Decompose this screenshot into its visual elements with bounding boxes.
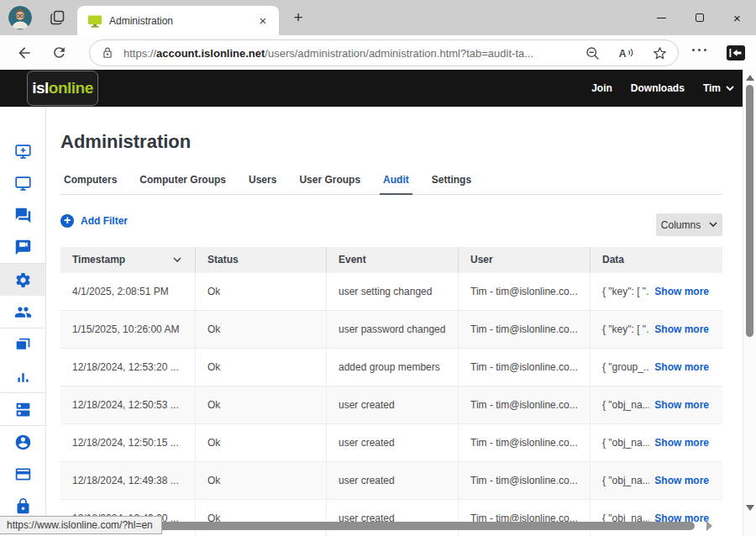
table-header-row: Timestamp Status Event User Data [60,247,722,273]
column-header-status[interactable]: Status [195,247,326,273]
add-filter-label: Add Filter [81,215,128,227]
data-snippet: { "obj_na... [602,437,649,449]
cell-status: Ok [195,311,326,348]
bar-chart-icon [14,368,32,386]
maximize-button[interactable] [680,0,718,35]
tab-favicon-icon [87,14,102,28]
chevron-down-icon [709,222,717,228]
site-info-lock-icon[interactable] [102,46,113,60]
browser-menu-icon[interactable] [692,49,706,51]
tab-users[interactable]: Users [245,174,280,194]
sidebar-item-new-session[interactable] [0,135,45,167]
show-more-link[interactable]: Show more [654,475,709,486]
video-chat-icon [14,239,32,256]
site-header: islonline Join Downloads Tim [0,70,743,107]
show-more-link[interactable]: Show more [654,399,709,411]
back-button[interactable] [16,45,33,61]
chat-bubbles-icon [14,207,32,224]
new-tab-button[interactable]: + [289,8,307,27]
sidebar-item-billing[interactable] [0,458,45,490]
cell-status: Ok [195,462,326,499]
cell-data: { "obj_na...Show more [590,424,722,461]
islonline-logo[interactable]: islonline [27,71,98,106]
cell-user: Tim - tim@islonline.co... [458,424,590,461]
cell-data: { "key": [ "...Show more [590,311,722,348]
add-filter-button[interactable]: + Add Filter [60,214,128,228]
scroll-right-arrow-icon[interactable] [706,521,712,531]
sidebar-item-sessions[interactable] [0,328,45,360]
cell-status: Ok [195,424,326,461]
stacked-windows-icon [14,336,32,354]
tab-computers[interactable]: Computers [60,174,120,194]
server-list-icon [14,401,32,418]
column-header-event[interactable]: Event [326,247,458,273]
data-snippet: { "key": [ "... [602,286,649,297]
sidebar-item-servers[interactable] [0,393,45,425]
cell-user: Tim - tim@islonline.co... [458,386,590,423]
sidebar-item-remote-desktop[interactable] [0,167,45,199]
cell-data: { "obj_na...Show more [590,386,722,423]
cell-status: Ok [195,386,326,423]
scroll-up-arrow-icon[interactable] [746,75,754,81]
table-row: 12/18/2024, 12:50:15 ... Ok user created… [60,424,722,462]
tab-audit[interactable]: Audit [380,174,412,195]
sidebar-item-administration[interactable] [0,264,45,296]
show-more-link[interactable]: Show more [654,323,709,335]
cell-data: { "obj_na...Show more [590,500,722,536]
browser-titlebar: Administration × + × [0,0,756,35]
sidebar-item-chat[interactable] [0,199,45,231]
cell-timestamp: 12/18/2024, 12:53:20 ... [60,349,195,386]
profile-avatar[interactable] [8,6,32,29]
close-window-button[interactable]: × [718,0,756,35]
refresh-button[interactable] [51,45,68,61]
app-sidebar [0,107,46,536]
gear-icon [14,271,32,289]
favorite-star-icon[interactable] [652,45,668,61]
tab-settings[interactable]: Settings [428,174,475,194]
sidebar-item-users[interactable] [0,296,45,328]
show-more-link[interactable]: Show more [654,437,709,449]
columns-dropdown-button[interactable]: Columns [656,213,722,236]
read-aloud-icon[interactable]: A [618,45,634,61]
cell-timestamp: 12/18/2024, 12:49:38 ... [60,462,195,499]
cell-status: Ok [195,273,326,310]
table-row: 1/15/2025, 10:26:00 AM Ok user password … [60,311,722,349]
link-preview-statusbar: https://www.islonline.com/?hl=en [0,516,162,534]
cell-timestamp: 4/1/2025, 2:08:51 PM [60,273,195,310]
avatar-image [8,6,32,29]
zoom-out-icon[interactable] [585,45,601,61]
tab-user-groups[interactable]: User Groups [296,174,364,194]
vertical-scrollbar[interactable] [743,70,756,536]
logo-text-online: online [49,79,93,97]
site-nav: Join Downloads Tim [591,70,734,107]
address-bar[interactable]: https://account.islonline.net/users/admi… [89,39,679,66]
nav-downloads-link[interactable]: Downloads [631,82,685,94]
sidebar-toggle-icon[interactable] [726,45,746,61]
url-text[interactable]: https://account.islonline.net/users/admi… [123,47,567,60]
column-header-data[interactable]: Data [590,247,722,273]
nav-join-link[interactable]: Join [591,82,612,94]
vertical-scrollbar-thumb[interactable] [746,85,753,337]
data-snippet: { "obj_na... [602,399,649,411]
sidebar-item-video-chat[interactable] [0,231,45,263]
sidebar-item-account[interactable] [0,426,45,458]
tab-computer-groups[interactable]: Computer Groups [136,174,229,194]
minimize-button[interactable] [643,0,680,35]
monitor-icon [14,175,32,192]
column-header-timestamp[interactable]: Timestamp [60,247,195,273]
workspaces-icon[interactable] [48,9,66,26]
scroll-down-arrow-icon[interactable] [746,505,754,511]
cell-user: Tim - tim@islonline.co... [458,500,590,536]
nav-user-menu[interactable]: Tim [703,82,734,94]
lock-icon [14,497,32,515]
chevron-down-icon [726,86,734,92]
data-snippet: { "key": [ "... [602,323,649,335]
show-more-link[interactable]: Show more [654,361,709,373]
sort-chevron-down-icon [173,257,181,263]
tab-close-icon[interactable]: × [255,13,270,29]
sidebar-item-reports[interactable] [0,360,45,392]
column-header-user[interactable]: User [458,247,590,273]
show-more-link[interactable]: Show more [654,286,709,297]
browser-tab[interactable]: Administration × [77,6,279,35]
audit-table: Timestamp Status Event User Data 4/1/202… [60,247,722,536]
